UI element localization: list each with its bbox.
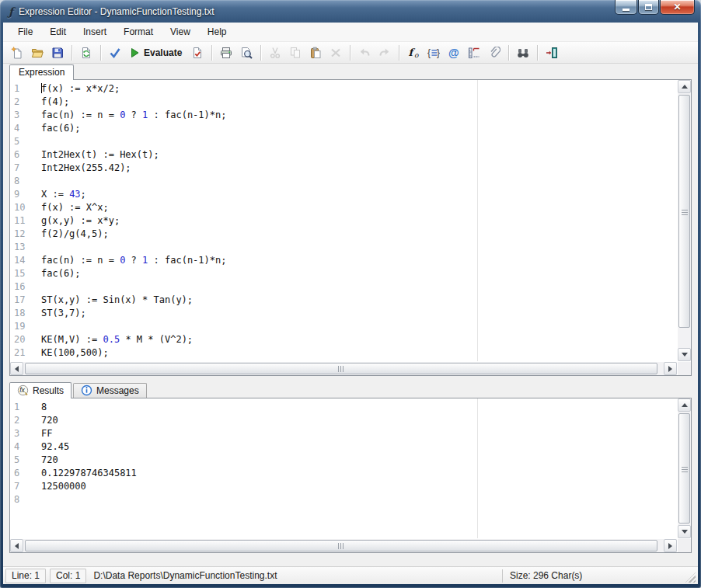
maximize-icon	[645, 4, 652, 10]
result-line[interactable]: 0.122978746345811	[41, 467, 677, 480]
code-line[interactable]: g(x,y) := x*y;	[41, 214, 677, 228]
scroll-up-button[interactable]	[678, 398, 691, 412]
at-symbol-button[interactable]: @	[445, 43, 463, 61]
scroll-left-button[interactable]	[10, 362, 23, 375]
scroll-down-button[interactable]	[678, 348, 691, 361]
code-line[interactable]: KE(100,500);	[41, 346, 677, 360]
tab-expression[interactable]: Expression	[9, 64, 74, 80]
resize-grip[interactable]	[685, 572, 696, 583]
evaluate-button[interactable]: Evaluate	[126, 43, 187, 61]
undo-button[interactable]	[355, 43, 374, 61]
scroll-up-button[interactable]	[678, 80, 691, 93]
code-line[interactable]: X := 43;	[41, 188, 677, 201]
result-line[interactable]: 720	[41, 454, 677, 467]
menu-bar: FileEditInsertFormatViewHelp	[3, 23, 698, 42]
attachment-button[interactable]	[485, 43, 504, 61]
code-line[interactable]: ST(x,y) := Sin(x) * Tan(y);	[41, 294, 677, 307]
status-bar: Line: 1 Col: 1 D:\Data Reports\DynamicFu…	[3, 566, 698, 584]
copy-button[interactable]	[286, 43, 305, 61]
editor-hscroll-thumb[interactable]	[25, 363, 657, 374]
code-line[interactable]: Int2Hex(255.42);	[41, 162, 677, 175]
open-file-button[interactable]	[28, 43, 47, 61]
code-line[interactable]	[41, 241, 677, 254]
scroll-right-button[interactable]	[664, 362, 677, 375]
code-line[interactable]: fac(n) := n = 0 ? 1 : fac(n-1)*n;	[41, 254, 677, 267]
expression-list-button[interactable]: {}	[424, 43, 443, 61]
menu-help[interactable]: Help	[199, 24, 235, 40]
result-line[interactable]: 8	[41, 401, 677, 414]
results-panel[interactable]: 12345678 8720FF92.457200.122978746345811…	[9, 398, 692, 553]
find-icon	[517, 47, 529, 59]
code-line[interactable]	[41, 280, 677, 294]
code-line[interactable]: f(4);	[41, 96, 677, 109]
code-line[interactable]: fac(n) := n = 0 ? 1 : fac(n-1)*n;	[41, 109, 677, 122]
results-vertical-scrollbar[interactable]	[678, 398, 691, 538]
result-line[interactable]: FF	[41, 427, 677, 440]
menu-format[interactable]: Format	[115, 24, 162, 40]
result-line[interactable]	[41, 493, 677, 506]
svg-text:fx: fx	[19, 386, 25, 394]
new-file-button[interactable]	[8, 43, 26, 61]
results-output-area[interactable]: 8720FF92.457200.12297874634581112500000	[41, 398, 677, 538]
results-horizontal-scrollbar[interactable]	[10, 539, 677, 552]
result-line[interactable]: 720	[41, 414, 677, 427]
code-line[interactable]	[41, 320, 677, 333]
check-syntax-button[interactable]	[106, 43, 124, 61]
workspace: Expression 12345678910111213141516171819…	[3, 64, 698, 566]
results-vscroll-thumb[interactable]	[678, 413, 690, 524]
evaluate-report-button[interactable]	[188, 43, 207, 61]
code-line[interactable]: ST(3,7);	[41, 307, 677, 320]
delete-icon	[330, 47, 342, 59]
delete-button[interactable]	[326, 43, 345, 61]
expression-editor[interactable]: 123456789101112131415161718192021 f(x) :…	[9, 79, 692, 376]
tab-results[interactable]: fx Results	[9, 382, 71, 398]
code-line[interactable]	[41, 135, 677, 148]
right-arrow-icon	[668, 366, 675, 372]
menu-edit[interactable]: Edit	[41, 24, 75, 40]
line-number: 9	[14, 188, 41, 201]
result-line[interactable]: 12500000	[41, 480, 677, 493]
exit-button[interactable]	[542, 43, 561, 61]
editor-vscroll-thumb[interactable]	[678, 95, 690, 328]
code-line[interactable]: f(2)/g(4,5);	[41, 228, 677, 241]
scrollbar-corner	[678, 539, 691, 552]
close-button[interactable]: ✕	[660, 0, 695, 15]
code-line[interactable]: fac(6);	[41, 267, 677, 280]
minimize-button[interactable]	[615, 0, 637, 15]
maximize-button[interactable]	[638, 0, 659, 15]
function-button[interactable]: fo	[404, 43, 423, 61]
toolbar-separator	[537, 45, 538, 61]
editor-code-area[interactable]: f(x) := x*x/2;f(4);fac(n) := n = 0 ? 1 :…	[41, 80, 677, 361]
tab-messages[interactable]: Messages	[73, 383, 147, 398]
scroll-left-button[interactable]	[10, 539, 23, 552]
results-hscroll-thumb[interactable]	[25, 540, 657, 551]
editor-vertical-scrollbar[interactable]	[678, 80, 691, 361]
menu-file[interactable]: File	[9, 24, 41, 40]
menu-insert[interactable]: Insert	[75, 24, 115, 40]
cut-button[interactable]	[266, 43, 284, 61]
result-line[interactable]: 92.45	[41, 440, 677, 454]
save-file-button[interactable]	[48, 43, 67, 61]
function-icon: fo	[407, 47, 420, 59]
editor-horizontal-scrollbar[interactable]	[10, 362, 677, 375]
code-line[interactable]	[41, 175, 677, 188]
menu-view[interactable]: View	[162, 24, 199, 40]
code-line[interactable]: KE(M,V) := 0.5 * M * (V^2);	[41, 333, 677, 346]
refresh-button[interactable]	[77, 43, 96, 61]
ruler-button[interactable]	[465, 43, 483, 61]
scroll-down-button[interactable]	[678, 525, 691, 538]
code-line[interactable]: f(x) := x*x/2;	[41, 82, 677, 96]
print-button[interactable]	[217, 43, 235, 61]
code-line[interactable]: Int2Hex(t) := Hex(t);	[41, 148, 677, 162]
title-bar[interactable]: ƒ Expression Editor - DynamicFunctionTes…	[0, 0, 701, 23]
line-number: 4	[14, 122, 41, 135]
redo-button[interactable]	[375, 43, 394, 61]
expression-tabstrip: Expression	[9, 64, 692, 79]
paste-button[interactable]	[306, 43, 325, 61]
find-button[interactable]	[514, 43, 532, 61]
code-line[interactable]: f(x) := X^x;	[41, 201, 677, 214]
evaluate-report-icon	[191, 47, 204, 59]
code-line[interactable]: fac(6);	[41, 122, 677, 135]
scroll-right-button[interactable]	[664, 539, 677, 552]
print-preview-button[interactable]	[237, 43, 256, 61]
